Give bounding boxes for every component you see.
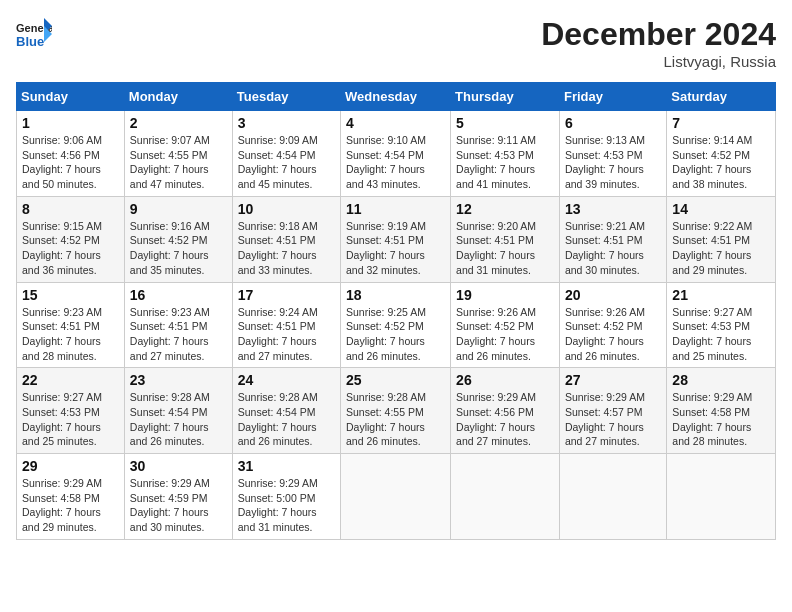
weekday-header: Sunday [17,83,125,111]
calendar-cell: 28Sunrise: 9:29 AM Sunset: 4:58 PM Dayli… [667,368,776,454]
day-number: 1 [22,115,119,131]
day-number: 28 [672,372,770,388]
day-info: Sunrise: 9:24 AM Sunset: 4:51 PM Dayligh… [238,305,335,364]
day-number: 31 [238,458,335,474]
day-info: Sunrise: 9:29 AM Sunset: 4:58 PM Dayligh… [22,476,119,535]
calendar-cell: 31Sunrise: 9:29 AM Sunset: 5:00 PM Dayli… [232,454,340,540]
day-number: 12 [456,201,554,217]
calendar-cell [559,454,666,540]
calendar-cell [667,454,776,540]
day-info: Sunrise: 9:29 AM Sunset: 4:57 PM Dayligh… [565,390,661,449]
weekday-header: Wednesday [341,83,451,111]
calendar-table: SundayMondayTuesdayWednesdayThursdayFrid… [16,82,776,540]
weekday-header-row: SundayMondayTuesdayWednesdayThursdayFrid… [17,83,776,111]
day-info: Sunrise: 9:14 AM Sunset: 4:52 PM Dayligh… [672,133,770,192]
day-info: Sunrise: 9:29 AM Sunset: 4:58 PM Dayligh… [672,390,770,449]
calendar-cell: 2Sunrise: 9:07 AM Sunset: 4:55 PM Daylig… [124,111,232,197]
day-info: Sunrise: 9:06 AM Sunset: 4:56 PM Dayligh… [22,133,119,192]
calendar-cell: 4Sunrise: 9:10 AM Sunset: 4:54 PM Daylig… [341,111,451,197]
page-header: General Blue December 2024 Listvyagi, Ru… [16,16,776,70]
calendar-cell: 15Sunrise: 9:23 AM Sunset: 4:51 PM Dayli… [17,282,125,368]
calendar-week-row: 1Sunrise: 9:06 AM Sunset: 4:56 PM Daylig… [17,111,776,197]
calendar-cell: 27Sunrise: 9:29 AM Sunset: 4:57 PM Dayli… [559,368,666,454]
day-info: Sunrise: 9:28 AM Sunset: 4:54 PM Dayligh… [130,390,227,449]
day-info: Sunrise: 9:26 AM Sunset: 4:52 PM Dayligh… [456,305,554,364]
day-info: Sunrise: 9:23 AM Sunset: 4:51 PM Dayligh… [22,305,119,364]
day-info: Sunrise: 9:28 AM Sunset: 4:54 PM Dayligh… [238,390,335,449]
calendar-cell: 1Sunrise: 9:06 AM Sunset: 4:56 PM Daylig… [17,111,125,197]
day-number: 21 [672,287,770,303]
day-info: Sunrise: 9:26 AM Sunset: 4:52 PM Dayligh… [565,305,661,364]
calendar-cell: 30Sunrise: 9:29 AM Sunset: 4:59 PM Dayli… [124,454,232,540]
day-info: Sunrise: 9:13 AM Sunset: 4:53 PM Dayligh… [565,133,661,192]
day-number: 16 [130,287,227,303]
calendar-cell: 9Sunrise: 9:16 AM Sunset: 4:52 PM Daylig… [124,196,232,282]
day-info: Sunrise: 9:16 AM Sunset: 4:52 PM Dayligh… [130,219,227,278]
day-number: 7 [672,115,770,131]
day-info: Sunrise: 9:22 AM Sunset: 4:51 PM Dayligh… [672,219,770,278]
day-info: Sunrise: 9:27 AM Sunset: 4:53 PM Dayligh… [672,305,770,364]
day-number: 3 [238,115,335,131]
month-title: December 2024 [541,16,776,53]
weekday-header: Thursday [451,83,560,111]
calendar-cell: 23Sunrise: 9:28 AM Sunset: 4:54 PM Dayli… [124,368,232,454]
day-info: Sunrise: 9:20 AM Sunset: 4:51 PM Dayligh… [456,219,554,278]
day-info: Sunrise: 9:25 AM Sunset: 4:52 PM Dayligh… [346,305,445,364]
logo-icon: General Blue [16,16,52,52]
calendar-cell: 25Sunrise: 9:28 AM Sunset: 4:55 PM Dayli… [341,368,451,454]
day-number: 29 [22,458,119,474]
day-info: Sunrise: 9:18 AM Sunset: 4:51 PM Dayligh… [238,219,335,278]
day-number: 13 [565,201,661,217]
calendar-week-row: 22Sunrise: 9:27 AM Sunset: 4:53 PM Dayli… [17,368,776,454]
day-number: 5 [456,115,554,131]
weekday-header: Tuesday [232,83,340,111]
calendar-cell [341,454,451,540]
day-number: 22 [22,372,119,388]
day-number: 9 [130,201,227,217]
day-info: Sunrise: 9:27 AM Sunset: 4:53 PM Dayligh… [22,390,119,449]
day-number: 15 [22,287,119,303]
weekday-header: Friday [559,83,666,111]
day-info: Sunrise: 9:28 AM Sunset: 4:55 PM Dayligh… [346,390,445,449]
calendar-cell: 24Sunrise: 9:28 AM Sunset: 4:54 PM Dayli… [232,368,340,454]
day-info: Sunrise: 9:10 AM Sunset: 4:54 PM Dayligh… [346,133,445,192]
calendar-cell [451,454,560,540]
calendar-cell: 5Sunrise: 9:11 AM Sunset: 4:53 PM Daylig… [451,111,560,197]
calendar-week-row: 15Sunrise: 9:23 AM Sunset: 4:51 PM Dayli… [17,282,776,368]
day-number: 25 [346,372,445,388]
day-number: 30 [130,458,227,474]
calendar-cell: 7Sunrise: 9:14 AM Sunset: 4:52 PM Daylig… [667,111,776,197]
day-info: Sunrise: 9:19 AM Sunset: 4:51 PM Dayligh… [346,219,445,278]
day-number: 27 [565,372,661,388]
day-info: Sunrise: 9:11 AM Sunset: 4:53 PM Dayligh… [456,133,554,192]
calendar-cell: 11Sunrise: 9:19 AM Sunset: 4:51 PM Dayli… [341,196,451,282]
calendar-cell: 17Sunrise: 9:24 AM Sunset: 4:51 PM Dayli… [232,282,340,368]
calendar-cell: 29Sunrise: 9:29 AM Sunset: 4:58 PM Dayli… [17,454,125,540]
day-number: 24 [238,372,335,388]
weekday-header: Monday [124,83,232,111]
calendar-cell: 13Sunrise: 9:21 AM Sunset: 4:51 PM Dayli… [559,196,666,282]
calendar-cell: 6Sunrise: 9:13 AM Sunset: 4:53 PM Daylig… [559,111,666,197]
calendar-cell: 3Sunrise: 9:09 AM Sunset: 4:54 PM Daylig… [232,111,340,197]
day-number: 11 [346,201,445,217]
calendar-cell: 8Sunrise: 9:15 AM Sunset: 4:52 PM Daylig… [17,196,125,282]
calendar-cell: 20Sunrise: 9:26 AM Sunset: 4:52 PM Dayli… [559,282,666,368]
day-info: Sunrise: 9:29 AM Sunset: 4:59 PM Dayligh… [130,476,227,535]
day-info: Sunrise: 9:29 AM Sunset: 5:00 PM Dayligh… [238,476,335,535]
day-info: Sunrise: 9:07 AM Sunset: 4:55 PM Dayligh… [130,133,227,192]
weekday-header: Saturday [667,83,776,111]
calendar-week-row: 8Sunrise: 9:15 AM Sunset: 4:52 PM Daylig… [17,196,776,282]
calendar-week-row: 29Sunrise: 9:29 AM Sunset: 4:58 PM Dayli… [17,454,776,540]
calendar-cell: 19Sunrise: 9:26 AM Sunset: 4:52 PM Dayli… [451,282,560,368]
calendar-cell: 16Sunrise: 9:23 AM Sunset: 4:51 PM Dayli… [124,282,232,368]
day-number: 8 [22,201,119,217]
day-info: Sunrise: 9:23 AM Sunset: 4:51 PM Dayligh… [130,305,227,364]
calendar-cell: 21Sunrise: 9:27 AM Sunset: 4:53 PM Dayli… [667,282,776,368]
day-number: 14 [672,201,770,217]
day-number: 23 [130,372,227,388]
day-info: Sunrise: 9:09 AM Sunset: 4:54 PM Dayligh… [238,133,335,192]
location: Listvyagi, Russia [541,53,776,70]
calendar-cell: 22Sunrise: 9:27 AM Sunset: 4:53 PM Dayli… [17,368,125,454]
day-number: 17 [238,287,335,303]
day-number: 6 [565,115,661,131]
